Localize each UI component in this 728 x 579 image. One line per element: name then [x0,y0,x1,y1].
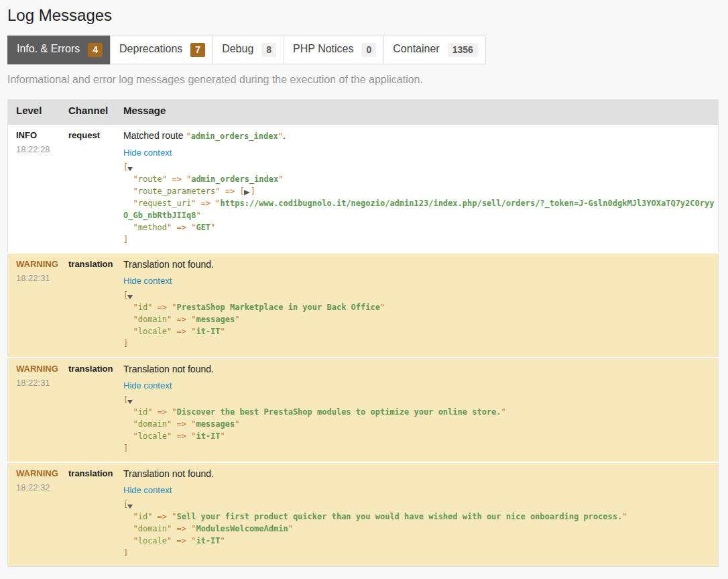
dump-punctuation: " => " [167,431,196,441]
column-header-message: Message [115,100,719,125]
log-message: Translation not found. [123,362,715,376]
dump-line: [ [123,161,715,173]
dump-punctuation: " [221,327,225,336]
dump-punctuation: " [501,407,506,417]
channel-label: translation [68,364,113,374]
dump-punctuation: " => " [167,536,196,545]
tab-count-badge: 8 [261,43,276,57]
dump-punctuation: " [133,407,137,417]
dump-punctuation: " [235,419,239,429]
dump-line: "request_uri" => "https://www.codibugnol… [123,197,715,221]
dump-text [123,327,133,336]
dump-string: it-IT [196,431,220,441]
dump-text [123,524,133,533]
dump-key: route [138,174,162,184]
dump-line: "locale" => "it-IT" [123,430,715,442]
dump-punctuation: ] [123,339,128,348]
channel-label: request [68,130,100,140]
level-cell: WARNING18:22:32 [8,462,61,567]
dump-line: "route_parameters" => [] [123,185,715,197]
dump-punctuation: " => [ [215,187,244,196]
dump-punctuation: " [133,327,137,336]
context-dump: [ "id" => "PrestaShop Marketplace in you… [123,289,715,350]
page-title: Log Messages [7,5,718,25]
dump-punctuation: " => " [167,524,196,533]
hide-context-link[interactable]: Hide context [123,485,172,496]
dump-key: id [138,407,147,417]
dump-key: locale [138,327,167,336]
dump-text [123,407,133,417]
dump-line: "locale" => "it-IT" [123,535,715,547]
inline-code-quote: " [186,131,190,141]
dump-text [123,431,133,441]
dump-text: . [283,130,286,141]
inline-code-quote: " [278,131,283,141]
dump-line: "locale" => "it-IT" [123,325,715,337]
dump-punctuation: " [133,536,137,545]
dump-line: ] [123,233,715,246]
dump-text: Translation not found. [123,364,214,374]
dump-punctuation: " => " [167,419,196,429]
message-cell: Matched route "admin_orders_index".Hide … [115,125,719,253]
dump-punctuation: " [133,199,137,208]
channel-cell: translation [60,358,115,462]
dump-key: domain [138,524,167,533]
column-header-channel: Channel [60,100,115,125]
dump-key: domain [138,315,167,324]
dump-line: "domain" => "messages" [123,313,715,325]
dump-punctuation: " [221,431,225,441]
dump-punctuation: " [380,303,385,312]
hide-context-link[interactable]: Hide context [123,380,172,391]
hide-context-link[interactable]: Hide context [123,148,172,158]
dump-punctuation: " => " [167,223,196,232]
dump-line: [ [123,498,715,511]
dump-punctuation: " [133,223,137,232]
dump-text [123,187,133,196]
dump-string: Discover the best PrestaShop modules to … [177,407,501,417]
tab-deprecations[interactable]: Deprecations7 [110,36,213,64]
level-badge: WARNING [16,467,52,480]
dump-text: Translation not found. [123,259,214,270]
dump-line: [ [123,289,715,301]
dump-line: "id" => "Sell your first product quicker… [123,511,715,523]
dump-text [123,174,133,184]
dump-string: Sell your first product quicker than you… [177,512,623,521]
dump-line: "route" => "admin_orders_index" [123,173,715,185]
collapse-arrow-icon[interactable] [127,505,133,509]
hide-context-link[interactable]: Hide context [123,276,172,286]
dump-line: [ [123,394,715,406]
dump-text: Translation not found. [123,468,214,479]
context-dump: [ "id" => "Discover the best PrestaShop … [123,394,715,454]
tab-info-errors[interactable]: Info. & Errors4 [7,36,111,64]
log-row: INFO18:22:28requestMatched route "admin_… [8,125,719,253]
dump-key: route_parameters [138,187,216,196]
collapse-arrow-icon[interactable] [127,400,133,404]
tab-count-badge: 4 [88,43,103,57]
tab-debug[interactable]: Debug8 [213,36,284,64]
tab-label: Container [393,43,439,54]
dump-punctuation: " => " [147,407,176,417]
expand-arrow-icon[interactable] [244,190,250,195]
tab-count-badge: 1356 [448,43,478,57]
dump-punctuation: ] [123,548,128,558]
dump-punctuation: ] [251,187,255,196]
dump-line: ] [123,337,715,350]
dump-punctuation: " [622,512,627,521]
dump-key: locale [138,536,167,545]
tab-container[interactable]: Container1356 [383,36,486,64]
log-message: Translation not found. [123,467,715,480]
dump-punctuation: " [133,187,137,196]
collapse-arrow-icon[interactable] [127,167,133,171]
log-row: WARNING18:22:31translationTranslation no… [8,358,719,462]
dump-string: PrestaShop Marketplace in your Back Offi… [177,303,380,312]
dump-key: domain [138,419,167,429]
inline-code-string: admin_orders_index [191,131,278,141]
log-timestamp: 18:22:31 [16,272,52,285]
tab-php-notices[interactable]: PHP Notices0 [284,36,384,64]
dump-key: id [138,512,147,521]
dump-line: "method" => "GET" [123,221,715,233]
column-header-level: Level [8,100,61,125]
level-badge: INFO [16,129,52,142]
channel-label: translation [68,468,113,478]
collapse-arrow-icon[interactable] [127,295,133,299]
